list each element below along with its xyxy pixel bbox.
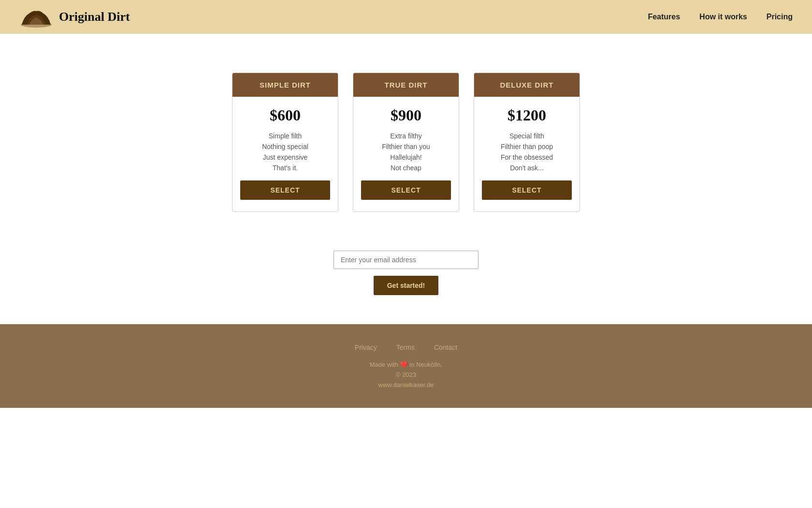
footer-link-privacy[interactable]: Privacy: [355, 344, 377, 351]
main-content: SIMPLE DIRT$600Simple filthNothing speci…: [0, 34, 812, 324]
footer-link-terms[interactable]: Terms: [396, 344, 415, 351]
card-feature-true-dirt-2: Hallelujah!: [361, 153, 451, 161]
nav-pricing[interactable]: Pricing: [767, 13, 793, 21]
heart-icon: ❤️: [400, 361, 408, 368]
nav-features[interactable]: Features: [648, 13, 680, 21]
card-feature-deluxe-dirt-1: Filthier than poop: [482, 143, 572, 150]
card-feature-true-dirt-3: Not cheap: [361, 164, 451, 172]
card-feature-simple-dirt-1: Nothing special: [240, 143, 330, 150]
email-section: Get started!: [334, 251, 478, 295]
card-price-simple-dirt: $600: [240, 106, 330, 124]
footer-url: www.danielkaser.de: [10, 381, 802, 388]
footer-copyright: © 2023: [10, 371, 802, 378]
card-price-deluxe-dirt: $1200: [482, 106, 572, 124]
logo-area: Original Dirt: [19, 6, 130, 28]
footer-link-contact[interactable]: Contact: [434, 344, 457, 351]
logo-title: Original Dirt: [59, 10, 130, 24]
card-feature-true-dirt-1: Filthier than you: [361, 143, 451, 150]
card-true-dirt: TRUE DIRT$900Extra filthyFilthier than y…: [353, 73, 459, 212]
card-header-simple-dirt: SIMPLE DIRT: [232, 73, 338, 97]
dirt-pile-icon: [19, 6, 53, 28]
card-feature-simple-dirt-2: Just expensive: [240, 153, 330, 161]
card-select-button-simple-dirt[interactable]: SELECT: [240, 180, 330, 200]
card-header-true-dirt: TRUE DIRT: [353, 73, 459, 97]
main-nav: Features How it works Pricing: [648, 13, 793, 21]
card-header-deluxe-dirt: DELUXE DIRT: [474, 73, 580, 97]
card-select-button-deluxe-dirt[interactable]: SELECT: [482, 180, 572, 200]
card-body-true-dirt: $900Extra filthyFilthier than youHallelu…: [353, 97, 459, 211]
card-simple-dirt: SIMPLE DIRT$600Simple filthNothing speci…: [232, 73, 338, 212]
card-deluxe-dirt: DELUXE DIRT$1200Special filthFilthier th…: [474, 73, 580, 212]
footer-links: PrivacyTermsContact: [10, 344, 802, 351]
card-feature-simple-dirt-3: That's it.: [240, 164, 330, 172]
get-started-button[interactable]: Get started!: [374, 276, 439, 295]
card-feature-true-dirt-0: Extra filthy: [361, 132, 451, 140]
card-body-deluxe-dirt: $1200Special filthFilthier than poopFor …: [474, 97, 580, 211]
footer-made-text: Made with ❤️ in Neukölln.: [10, 361, 802, 368]
card-select-button-true-dirt[interactable]: SELECT: [361, 180, 451, 200]
email-input[interactable]: [334, 251, 478, 269]
pricing-cards: SIMPLE DIRT$600Simple filthNothing speci…: [232, 73, 580, 212]
site-header: Original Dirt Features How it works Pric…: [0, 0, 812, 34]
card-feature-simple-dirt-0: Simple filth: [240, 132, 330, 140]
card-body-simple-dirt: $600Simple filthNothing specialJust expe…: [232, 97, 338, 211]
site-footer: PrivacyTermsContact Made with ❤️ in Neuk…: [0, 324, 812, 408]
card-feature-deluxe-dirt-3: Don't ask...: [482, 164, 572, 172]
card-feature-deluxe-dirt-2: For the obsessed: [482, 153, 572, 161]
nav-how-it-works[interactable]: How it works: [699, 13, 747, 21]
card-feature-deluxe-dirt-0: Special filth: [482, 132, 572, 140]
card-price-true-dirt: $900: [361, 106, 451, 124]
